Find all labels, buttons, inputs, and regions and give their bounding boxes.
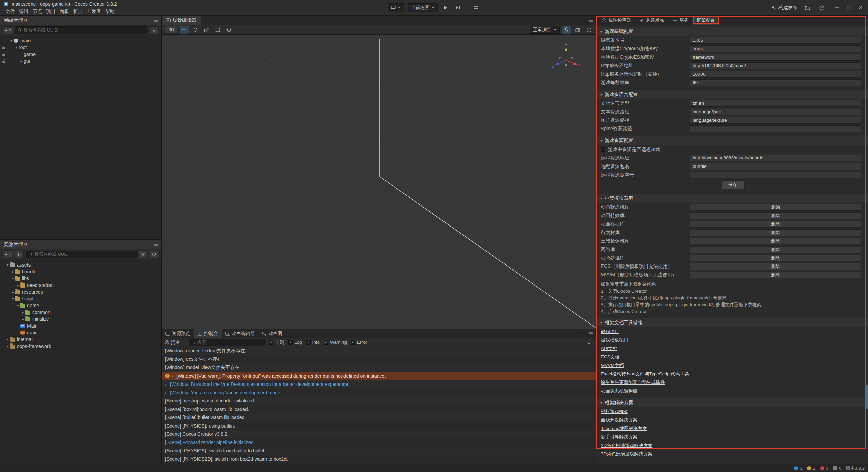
- inspector-tab[interactable]: 属性检查器: [597, 16, 635, 25]
- chevron-icon[interactable]: [11, 277, 15, 280]
- field-input[interactable]: [690, 172, 861, 178]
- section-solutions[interactable]: 框架解决方案: [597, 398, 868, 407]
- minimize-button[interactable]: [831, 3, 843, 13]
- step-button[interactable]: [453, 3, 462, 12]
- layout-grid-button[interactable]: [472, 3, 480, 12]
- chevron-icon[interactable]: [16, 304, 20, 308]
- hierarchy-filter-button[interactable]: [150, 26, 158, 34]
- field-input[interactable]: [690, 62, 861, 69]
- chevron-icon[interactable]: [5, 345, 10, 348]
- asset-tree-item[interactable]: assets: [0, 261, 161, 268]
- chevron-icon[interactable]: [21, 317, 25, 321]
- status-counter[interactable]: 1: [807, 466, 815, 471]
- asset-tree-item[interactable]: resources: [0, 289, 161, 295]
- lock-icon[interactable]: [2, 53, 5, 56]
- lighting-toggle-button[interactable]: [562, 26, 571, 34]
- module-delete-button[interactable]: 删除: [690, 229, 861, 236]
- section-modules[interactable]: 框架模块裁剪: [597, 194, 868, 203]
- field-input[interactable]: [690, 54, 861, 61]
- panel-menu-icon[interactable]: [154, 19, 158, 22]
- menu-item[interactable]: 扩展: [71, 8, 85, 15]
- scene-select[interactable]: 当前场景: [408, 3, 438, 12]
- console-search-input[interactable]: [197, 340, 262, 345]
- clear-console-button[interactable]: 清空: [165, 339, 180, 346]
- expand-arrow-icon[interactable]: [165, 382, 170, 387]
- maximize-button[interactable]: [843, 3, 854, 13]
- module-delete-button[interactable]: 删除: [690, 272, 861, 278]
- console-filter-checkbox[interactable]: Info: [306, 340, 320, 345]
- menu-item[interactable]: 帮助: [103, 8, 117, 15]
- tab-scene-editor[interactable]: 场景编辑器: [162, 16, 201, 25]
- field-input[interactable]: [690, 125, 861, 132]
- chevron-icon[interactable]: [14, 46, 19, 50]
- section-language[interactable]: 游戏多语言配置: [597, 90, 868, 99]
- doc-link[interactable]: 原生包热更新配置自动生成插件: [601, 379, 665, 386]
- console-filter-checkbox[interactable]: Warning: [324, 340, 347, 345]
- doc-link[interactable]: Excel格式转Json文件与TypeScript代码工具: [601, 371, 689, 377]
- orientation-gizmo[interactable]: Y X Z: [551, 44, 581, 75]
- panel-menu-icon[interactable]: [154, 243, 158, 246]
- asset-tree-item[interactable]: libs: [0, 275, 161, 282]
- chevron-icon[interactable]: [11, 290, 15, 294]
- solution-link[interactable]: 2D角色扮演游戏解决方案: [601, 442, 652, 449]
- field-input[interactable]: [690, 100, 861, 107]
- console-tab[interactable]: 动画编辑器: [222, 329, 259, 338]
- doc-link[interactable]: ECS文档: [601, 354, 619, 360]
- module-delete-button[interactable]: 删除: [690, 246, 861, 253]
- rect-tool-button[interactable]: [213, 26, 222, 34]
- remote-load-checkbox[interactable]: [601, 147, 605, 152]
- menu-item[interactable]: 开发者: [85, 8, 103, 15]
- field-input[interactable]: [690, 163, 861, 170]
- section-game-basic[interactable]: 游戏基础配置: [597, 27, 868, 36]
- hierarchy-search[interactable]: [15, 26, 147, 34]
- chevron-icon[interactable]: [11, 297, 15, 301]
- anchor-tool-button[interactable]: [224, 26, 233, 34]
- log-row[interactable]: [Scene] meshopt wasm decoder initialized: [162, 397, 597, 405]
- hierarchy-node[interactable]: gui: [0, 58, 161, 64]
- camera-preview-button[interactable]: [573, 26, 582, 34]
- doc-link[interactable]: 动画状态机编辑器: [601, 388, 637, 394]
- hierarchy-node[interactable]: main: [0, 37, 161, 44]
- console-search[interactable]: [189, 339, 265, 346]
- rotate-tool-button[interactable]: [191, 26, 200, 34]
- solution-link[interactable]: 3D角色扮演游戏解决方案: [601, 451, 652, 457]
- device-select[interactable]: [388, 3, 404, 12]
- section-docs[interactable]: 框架文档工具链接: [597, 318, 868, 327]
- collapse-icon[interactable]: [600, 321, 603, 325]
- console-filter-checkbox[interactable]: 正则: [269, 339, 284, 346]
- asset-tree-item[interactable]: main: [0, 329, 161, 336]
- inspector-tab[interactable]: 服务: [669, 16, 693, 25]
- module-delete-button[interactable]: 删除: [690, 238, 861, 244]
- field-input[interactable]: [690, 45, 861, 52]
- log-row[interactable]: [Window] ecs文件夹不存在: [162, 355, 597, 364]
- log-options-button[interactable]: [585, 338, 594, 347]
- build-publish-button[interactable]: 构建发布: [771, 5, 797, 11]
- log-row[interactable]: [Scene] [box2d]:box2d wasm lib loaded.: [162, 405, 597, 414]
- create-node-button[interactable]: [3, 26, 13, 34]
- collapse-icon[interactable]: [600, 139, 603, 143]
- log-row[interactable]: [Window] model_view文件夹不存在: [162, 363, 597, 372]
- module-delete-button[interactable]: 删除: [690, 221, 861, 228]
- log-row[interactable]: [Scene] Cocos Creator v3.8.2: [162, 430, 597, 438]
- field-input[interactable]: [690, 37, 861, 44]
- module-delete-button[interactable]: 删除: [690, 263, 861, 270]
- menu-item[interactable]: 节点: [31, 8, 44, 15]
- assets-filter-button[interactable]: [139, 251, 147, 258]
- close-button[interactable]: [854, 3, 866, 13]
- doc-link[interactable]: 教程项目: [601, 329, 619, 335]
- solution-link[interactable]: 新手引导解决方案: [601, 434, 637, 440]
- solution-link[interactable]: 战棋游戏框架: [601, 409, 628, 415]
- console-tab[interactable]: 资源预览: [162, 329, 194, 338]
- inspector-tab[interactable]: 构建发布: [635, 16, 669, 25]
- console-filter-checkbox[interactable]: Log: [288, 340, 302, 345]
- collapse-icon[interactable]: [600, 30, 603, 34]
- log-row[interactable]: [Window] [Vue warn]: Property "onInput" …: [162, 372, 597, 380]
- chevron-icon[interactable]: [19, 59, 24, 63]
- asset-tree-item[interactable]: bundle: [0, 268, 161, 275]
- inspector-tab[interactable]: 框架配置: [693, 16, 719, 25]
- doc-link[interactable]: 游戏模板项目: [601, 337, 628, 343]
- log-row[interactable]: [Scene] [bullet]:bullet wasm lib loaded.: [162, 413, 597, 422]
- collapse-icon[interactable]: [600, 93, 603, 97]
- refresh-assets-button[interactable]: [150, 251, 158, 258]
- log-row[interactable]: [Scene] [PHYSICS]: switch from builtin t…: [162, 447, 597, 455]
